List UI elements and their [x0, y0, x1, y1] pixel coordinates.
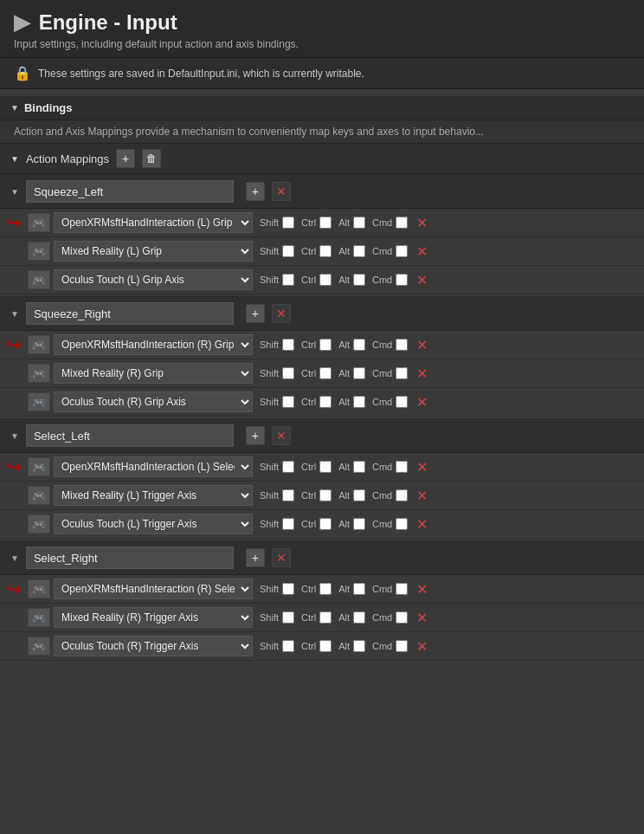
lock-icon: 🔒 [14, 65, 31, 81]
binding-delete-button-3-1[interactable]: ✕ [413, 610, 431, 626]
modifier-checkbox-Ctrl-1-0[interactable] [319, 339, 332, 351]
modifier-label-Cmd-0-0: Cmd [372, 217, 392, 228]
binding-delete-button-3-0[interactable]: ✕ [413, 581, 431, 598]
modifier-checkbox-Ctrl-3-1[interactable] [319, 611, 332, 624]
modifier-checkbox-Alt-0-1[interactable] [353, 245, 365, 257]
modifier-checkbox-Ctrl-0-2[interactable] [319, 274, 332, 286]
modifier-checkbox-Alt-3-2[interactable] [353, 640, 365, 652]
binding-delete-button-1-1[interactable]: ✕ [413, 365, 431, 382]
modifier-label-Alt-3-0: Alt [338, 584, 350, 594]
binding-delete-button-0-0[interactable]: ✕ [413, 215, 431, 231]
modifier-checkbox-Ctrl-2-1[interactable] [319, 489, 332, 501]
binding-select-0-0[interactable]: OpenXRMsftHandInteraction (L) Grip [54, 212, 253, 233]
modifier-checkbox-Shift-2-0[interactable] [282, 461, 294, 473]
binding-delete-button-2-2[interactable]: ✕ [413, 516, 431, 533]
modifier-checkbox-Ctrl-2-2[interactable] [319, 518, 332, 530]
modifier-checkbox-Alt-0-0[interactable] [353, 217, 365, 229]
modifier-checkbox-Alt-3-1[interactable] [353, 611, 365, 624]
modifier-label-Ctrl-1-1: Ctrl [301, 368, 316, 378]
modifier-checkbox-Shift-1-0[interactable] [282, 339, 294, 351]
modifier-checkbox-Cmd-3-2[interactable] [396, 640, 408, 652]
modifier-checkbox-Cmd-1-0[interactable] [396, 339, 408, 351]
modifier-checkbox-Cmd-1-1[interactable] [396, 367, 408, 379]
group-triangle-2: ▼ [10, 431, 19, 441]
group-delete-button-3[interactable]: ✕ [272, 548, 291, 567]
binding-delete-button-2-0[interactable]: ✕ [413, 459, 431, 475]
binding-delete-button-1-0[interactable]: ✕ [413, 337, 431, 353]
binding-row-1-0: ↪🎮OpenXRMsftHandInteraction (R) GripShif… [0, 331, 644, 359]
binding-select-3-2[interactable]: Oculus Touch (R) Trigger Axis [54, 636, 253, 656]
group-name-input-3[interactable] [26, 546, 234, 569]
group-header-0: ▼+✕ [0, 174, 644, 209]
modifier-checkbox-Shift-2-1[interactable] [282, 489, 294, 501]
binding-delete-button-0-2[interactable]: ✕ [413, 272, 431, 288]
modifier-label-Shift-0-1: Shift [260, 246, 279, 256]
modifier-checkbox-Shift-1-1[interactable] [282, 367, 294, 379]
binding-select-0-2[interactable]: Oculus Touch (L) Grip Axis [54, 269, 253, 290]
modifier-checkbox-Ctrl-0-1[interactable] [319, 245, 332, 257]
modifier-checkbox-Shift-3-0[interactable] [282, 583, 294, 595]
group-add-button-3[interactable]: + [246, 548, 265, 567]
group-add-button-2[interactable]: + [246, 426, 265, 445]
modifier-checkbox-Ctrl-3-2[interactable] [319, 640, 332, 652]
modifier-checkbox-Shift-0-1[interactable] [282, 245, 294, 257]
modifier-checkbox-Alt-2-2[interactable] [353, 518, 365, 530]
modifier-checkbox-Shift-3-1[interactable] [282, 611, 294, 624]
modifier-checkbox-Ctrl-3-0[interactable] [319, 583, 332, 595]
gamepad-icon-2-2: 🎮 [28, 514, 50, 533]
gamepad-icon-1-1: 🎮 [28, 364, 50, 383]
group-delete-button-1[interactable]: ✕ [272, 304, 291, 323]
modifier-checkbox-Ctrl-2-0[interactable] [319, 461, 332, 473]
binding-select-0-1[interactable]: Mixed Reality (L) Grip [54, 241, 253, 262]
modifier-checkbox-Shift-1-2[interactable] [282, 396, 294, 408]
modifier-checkbox-Alt-1-2[interactable] [353, 396, 365, 408]
modifier-label-Shift-2-1: Shift [260, 490, 279, 501]
add-mapping-button[interactable]: + [116, 149, 135, 168]
notice-text: These settings are saved in DefaultInput… [38, 68, 364, 80]
modifier-checkbox-Alt-3-0[interactable] [353, 583, 365, 595]
group-name-input-1[interactable] [26, 302, 234, 325]
modifier-checkbox-Shift-0-2[interactable] [282, 274, 294, 286]
modifier-checkbox-Shift-2-2[interactable] [282, 518, 294, 530]
modifier-checkbox-Cmd-1-2[interactable] [396, 396, 408, 408]
modifier-checkbox-Alt-0-2[interactable] [353, 274, 365, 286]
modifier-checkbox-Cmd-2-2[interactable] [396, 518, 408, 530]
binding-select-2-2[interactable]: Oculus Touch (L) Trigger Axis [54, 514, 253, 534]
modifier-checkbox-Alt-1-1[interactable] [353, 367, 365, 379]
group-name-input-0[interactable] [26, 180, 234, 203]
modifier-checkbox-Cmd-0-1[interactable] [396, 245, 408, 257]
modifier-checkbox-Ctrl-1-2[interactable] [319, 396, 332, 408]
modifier-checkbox-Alt-2-1[interactable] [353, 489, 365, 501]
binding-select-1-2[interactable]: Oculus Touch (R) Grip Axis [54, 391, 253, 412]
binding-delete-button-0-1[interactable]: ✕ [413, 243, 431, 260]
modifier-checkbox-Cmd-0-0[interactable] [396, 217, 408, 229]
modifier-checkbox-Cmd-0-2[interactable] [396, 274, 408, 286]
binding-delete-button-3-2[interactable]: ✕ [413, 638, 431, 655]
modifier-checkbox-Alt-2-0[interactable] [353, 461, 365, 473]
modifier-checkbox-Cmd-3-0[interactable] [396, 583, 408, 595]
modifier-checkbox-Cmd-2-0[interactable] [396, 461, 408, 473]
delete-mapping-button[interactable]: 🗑 [142, 149, 161, 168]
group-triangle-1: ▼ [10, 309, 19, 319]
binding-row-2-0: ↪🎮OpenXRMsftHandInteraction (L) SelectSh… [0, 453, 644, 482]
group-delete-button-0[interactable]: ✕ [272, 182, 291, 201]
modifier-checkbox-Cmd-3-1[interactable] [396, 611, 408, 624]
binding-select-1-1[interactable]: Mixed Reality (R) Grip [54, 363, 253, 384]
group-add-button-0[interactable]: + [246, 182, 265, 201]
binding-select-2-1[interactable]: Mixed Reality (L) Trigger Axis [54, 485, 253, 506]
modifier-checkbox-Shift-0-0[interactable] [282, 217, 294, 229]
modifier-checkbox-Shift-3-2[interactable] [282, 640, 294, 652]
modifier-checkbox-Ctrl-1-1[interactable] [319, 367, 332, 379]
modifier-checkbox-Alt-1-0[interactable] [353, 339, 365, 351]
group-name-input-2[interactable] [26, 424, 234, 447]
binding-select-2-0[interactable]: OpenXRMsftHandInteraction (L) Select [54, 456, 253, 477]
modifier-checkbox-Ctrl-0-0[interactable] [319, 217, 332, 229]
binding-select-3-1[interactable]: Mixed Reality (R) Trigger Axis [54, 607, 253, 628]
binding-select-1-0[interactable]: OpenXRMsftHandInteraction (R) Grip [54, 334, 253, 355]
group-delete-button-2[interactable]: ✕ [272, 426, 291, 445]
binding-delete-button-1-2[interactable]: ✕ [413, 394, 431, 411]
modifier-checkbox-Cmd-2-1[interactable] [396, 489, 408, 501]
binding-delete-button-2-1[interactable]: ✕ [413, 488, 431, 504]
binding-select-3-0[interactable]: OpenXRMsftHandInteraction (R) Select [54, 579, 253, 599]
group-add-button-1[interactable]: + [246, 304, 265, 323]
